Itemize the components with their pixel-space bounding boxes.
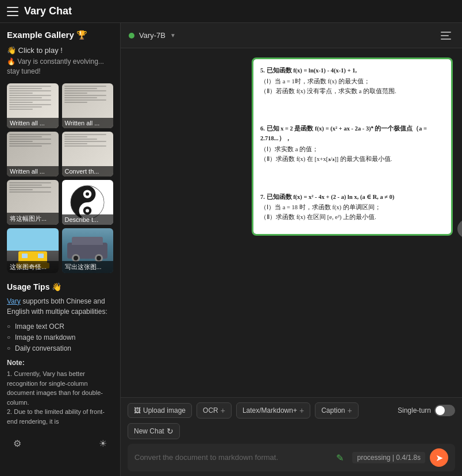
menu-icon[interactable]: [7, 7, 18, 16]
chat-input-row: ✎ processing | 0.4/1.8s ➤: [128, 444, 455, 471]
svg-rect-7: [441, 39, 451, 40]
gallery-item-5[interactable]: 将这幅图片...: [7, 180, 59, 225]
math-problem-7: 7. 已知函数 f(x) = x² - 4x + (2 - a) ln x, (…: [260, 193, 444, 222]
processing-badge: processing | 0.4/1.8s: [352, 452, 425, 463]
single-turn-label: Single-turn: [398, 406, 431, 414]
single-turn-toggle-group: Single-turn: [398, 405, 455, 416]
sidebar: Example Gallery 🏆 👋 Click to play ! 🔥 Va…: [0, 23, 121, 476]
usage-intro: Vary supports both Chinese and English w…: [7, 296, 113, 317]
ocr-plus-icon: +: [221, 406, 225, 415]
avatar-user: [457, 220, 462, 238]
ocr-button[interactable]: OCR +: [197, 402, 232, 419]
chat-area: Vary-7B ▼ 5. 已知函数 f(x) = ln(x-1) - 4(x-1…: [121, 23, 462, 476]
single-turn-toggle[interactable]: [434, 405, 455, 416]
processing-text: processing | 0.4/1.8s: [352, 452, 425, 463]
gallery-item-8[interactable]: 写出这张图...: [62, 228, 114, 273]
chat-toolbar: 🖼 Upload image OCR + Latex/Markdown+ + C…: [128, 402, 455, 439]
usage-list-item-3: Daily conversation: [7, 343, 113, 354]
gallery-item-7-label: 这张图奇怪...: [7, 261, 59, 273]
gallery-grid: Written all ... Written all ...: [7, 83, 113, 273]
message-image-box: 5. 已知函数 f(x) = ln(x-1) - 4(x-1) + 1, （Ⅰ）…: [252, 57, 453, 236]
gallery-item-6-label: Describe t...: [62, 214, 114, 225]
svg-rect-5: [441, 32, 451, 33]
math-image-content: 5. 已知函数 f(x) = ln(x-1) - 4(x-1) + 1, （Ⅰ）…: [253, 59, 451, 234]
latex-plus-icon: +: [299, 406, 304, 415]
gallery-item-2-label: Written all ...: [62, 118, 114, 128]
upload-image-button[interactable]: 🖼 Upload image: [128, 403, 192, 418]
caption-plus-icon: +: [348, 406, 352, 415]
note-title: Note:: [7, 359, 113, 367]
chat-options-icon[interactable]: [438, 28, 454, 44]
gallery-item-7[interactable]: 这张图奇怪...: [7, 228, 59, 273]
app-title: Vary Chat: [24, 5, 72, 17]
gallery-item-1[interactable]: Written all ...: [7, 83, 59, 128]
gallery-item-1-label: Written all ...: [7, 118, 59, 128]
main-layout: Example Gallery 🏆 👋 Click to play ! 🔥 Va…: [0, 23, 462, 476]
math-problem-5: 5. 已知函数 f(x) = ln(x-1) - 4(x-1) + 1, （Ⅰ）…: [260, 66, 444, 96]
gallery-item-2[interactable]: Written all ...: [62, 83, 114, 128]
model-name: Vary-7B: [139, 31, 165, 40]
send-button[interactable]: ➤: [430, 448, 448, 467]
gallery-item-3-label: Written all ...: [7, 166, 59, 176]
model-chevron-icon: ▼: [170, 32, 176, 39]
usage-tips-title: Usage Tips 👋: [7, 282, 113, 291]
gallery-item-5-label: 将这幅图片...: [7, 213, 59, 225]
usage-list: Image text OCR Image to markdown Daily c…: [7, 321, 113, 355]
model-selector[interactable]: Vary-7B ▼: [129, 31, 176, 40]
chat-messages: 5. 已知函数 f(x) = ln(x-1) - 4(x-1) + 1, （Ⅰ）…: [121, 48, 462, 397]
chat-input[interactable]: [134, 451, 327, 464]
svg-point-3: [86, 192, 89, 195]
sidebar-bottom: ⚙ ☀: [7, 431, 113, 454]
settings-icon[interactable]: ⚙: [9, 435, 25, 451]
new-chat-icon: ↻: [167, 427, 174, 436]
chat-footer: 🖼 Upload image OCR + Latex/Markdown+ + C…: [121, 397, 462, 476]
svg-rect-6: [441, 35, 449, 36]
model-status-dot: [129, 33, 134, 39]
gallery-item-4[interactable]: Convert th...: [62, 132, 114, 176]
stay-tuned: 🔥 Vary is constantly evolving... stay tu…: [7, 57, 113, 76]
vary-link[interactable]: Vary: [7, 297, 21, 305]
gallery-item-3[interactable]: Written all ...: [7, 132, 59, 176]
gallery-title: Example Gallery 🏆: [7, 30, 113, 40]
math-problem-6: 6. 已知 x = 2 是函数 f(x) = (x² + ax - 2a - 3…: [260, 124, 444, 164]
new-chat-button[interactable]: New Chat ↻: [128, 423, 180, 439]
edit-icon[interactable]: ✎: [332, 450, 348, 466]
gallery-item-6[interactable]: Describe t...: [62, 180, 114, 225]
click-to-play[interactable]: 👋 Click to play !: [7, 46, 113, 55]
upload-icon: 🖼: [134, 406, 141, 414]
message-image-container: 5. 已知函数 f(x) = ln(x-1) - 4(x-1) + 1, （Ⅰ）…: [252, 57, 453, 236]
gallery-item-4-label: Convert th...: [62, 166, 114, 176]
latex-markdown-button[interactable]: Latex/Markdown+ +: [236, 402, 310, 419]
brightness-icon[interactable]: ☀: [95, 435, 111, 451]
note-2: 2. Due to the limited ability of front-e…: [7, 407, 113, 426]
caption-button[interactable]: Caption +: [315, 402, 359, 419]
gallery-item-8-label: 写出这张图...: [62, 261, 114, 273]
svg-point-4: [86, 209, 89, 212]
note-1: 1. Currently, Vary has better recognitio…: [7, 369, 113, 407]
usage-list-item-2: Image to markdown: [7, 332, 113, 343]
topbar: Vary Chat: [0, 0, 462, 23]
toggle-knob: [436, 406, 445, 415]
chat-header: Vary-7B ▼: [121, 23, 462, 48]
usage-list-item-1: Image text OCR: [7, 321, 113, 332]
usage-tips: Usage Tips 👋 Vary supports both Chinese …: [7, 282, 113, 427]
